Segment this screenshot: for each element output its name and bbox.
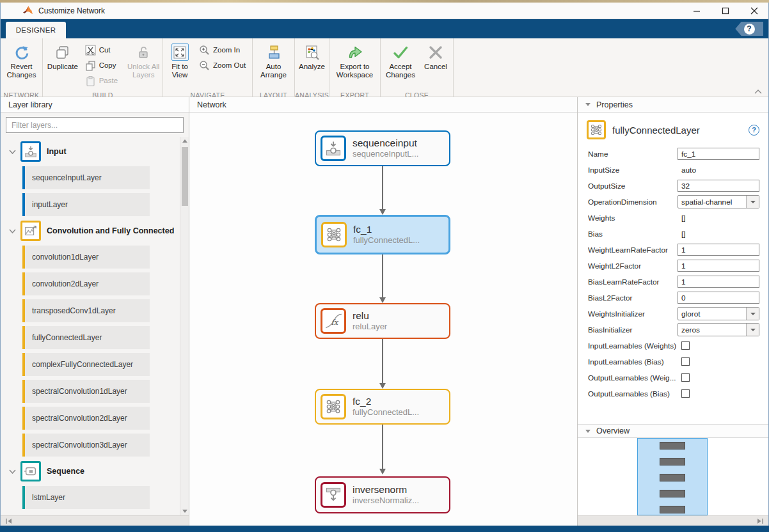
desktop-background-bottom	[0, 526, 769, 532]
weight-l2-factor-field[interactable]	[678, 260, 759, 272]
list-item-spectralConvolution1dLayer[interactable]: spectralConvolution1dLayer	[22, 380, 150, 403]
overview-minimap[interactable]	[578, 438, 768, 515]
group-sequence[interactable]: Sequence	[1, 460, 179, 482]
library-bottom-bar	[1, 515, 189, 526]
network-canvas[interactable]: sequenceinput sequenceInputL... fc_1 ful…	[189, 113, 577, 526]
weights-initializer-select[interactable]: glorot	[678, 307, 759, 320]
weight-learn-rate-factor-field[interactable]	[678, 244, 759, 256]
list-item-lstmLayer[interactable]: lstmLayer	[22, 486, 150, 509]
input-learnables-bias-checkbox[interactable]	[681, 357, 690, 366]
node-fc_1-selected[interactable]: fc_1 fullyConnectedL...	[315, 215, 450, 254]
property-label: InputLearnables (Weights)	[588, 341, 678, 350]
node-inversenorm[interactable]: inversenorm inverseNormaliz...	[315, 476, 450, 513]
property-label: Bias	[588, 230, 678, 239]
export-to-workspace-button[interactable]: Export to Workspace	[329, 41, 380, 91]
properties-header[interactable]: Properties	[578, 97, 768, 113]
chevron-down-icon[interactable]	[746, 196, 759, 208]
copy-button[interactable]: Copy	[83, 58, 125, 73]
name-field[interactable]	[678, 148, 759, 160]
list-item-sequenceInputLayer[interactable]: sequenceInputLayer	[22, 166, 150, 189]
chevron-down-icon[interactable]	[746, 324, 759, 336]
node-fc_2[interactable]: fc_2 fullyConnectedL...	[315, 389, 450, 425]
help-button[interactable]: ?	[730, 22, 763, 36]
duplicate-button[interactable]: Duplicate	[43, 41, 83, 91]
chevron-down-icon[interactable]	[746, 308, 759, 320]
list-item-inputLayer[interactable]: inputLayer	[22, 193, 150, 216]
property-label: Name	[588, 150, 678, 159]
list-item-spectralConvolution2dLayer[interactable]: spectralConvolution2dLayer	[22, 407, 150, 430]
minimize-button[interactable]	[682, 3, 711, 19]
collapse-right-icon[interactable]	[756, 518, 765, 524]
zoom-out-button[interactable]: Zoom Out	[196, 58, 250, 73]
property-label: BiasL2Factor	[588, 293, 678, 302]
list-item-convolution2dLayer[interactable]: convolution2dLayer	[22, 272, 150, 295]
accept-changes-button[interactable]: Accept Changes	[381, 41, 420, 91]
output-learnables-weights-checkbox[interactable]	[681, 373, 690, 382]
layer-library-panel: Layer library Input sequenceInputLayer i…	[1, 97, 189, 526]
input-size-value: auto	[678, 166, 759, 175]
analyze-button[interactable]: Analyze	[295, 41, 329, 91]
revert-changes-button[interactable]: Revert Changes	[1, 41, 42, 91]
maximize-icon	[722, 7, 729, 15]
tab-designer[interactable]: DESIGNER	[6, 22, 66, 38]
network-header: Network	[189, 97, 577, 113]
sequence-input-icon	[321, 136, 346, 161]
maximize-button[interactable]	[711, 3, 740, 19]
paste-button[interactable]: Paste	[83, 73, 125, 88]
filter-layers-input[interactable]	[6, 117, 184, 133]
list-item-complexFullyConnectedLayer[interactable]: complexFullyConnectedLayer	[22, 353, 150, 376]
cut-button[interactable]: Cut	[83, 42, 125, 58]
layer-library-header: Layer library	[1, 97, 189, 113]
list-item-spectralConvolution3dLayer[interactable]: spectralConvolution3dLayer	[22, 434, 150, 457]
close-button[interactable]	[740, 3, 768, 19]
bias-initializer-select[interactable]: zeros	[678, 323, 759, 336]
edge-arrow	[382, 339, 383, 383]
customize-network-window: Customize Network DESIGNER ?	[0, 3, 769, 526]
bias-l2-factor-field[interactable]	[678, 292, 759, 304]
node-sequenceinput[interactable]: sequenceinput sequenceInputL...	[315, 130, 450, 166]
bias-learn-rate-factor-field[interactable]	[678, 276, 759, 288]
property-label: WeightLearnRateFactor	[588, 246, 678, 254]
output-learnables-bias-checkbox[interactable]	[681, 389, 690, 398]
toolstrip-collapse-button[interactable]	[754, 89, 762, 94]
library-vertical-scrollbar[interactable]	[180, 137, 189, 515]
input-learnables-weights-checkbox[interactable]	[681, 341, 690, 350]
section-analysis: Analyze ANALYSIS	[295, 38, 329, 97]
property-label: InputSize	[588, 166, 678, 175]
scrollbar-thumb[interactable]	[182, 147, 188, 206]
export-icon	[346, 43, 363, 61]
chevron-down-icon	[9, 469, 16, 474]
list-item-transposedConv1dLayer[interactable]: transposedConv1dLayer	[22, 299, 150, 322]
list-item-convolution1dLayer[interactable]: convolution1dLayer	[22, 246, 150, 269]
section-close: Accept Changes Cancel CLOSE	[381, 38, 454, 97]
group-convolution[interactable]: Convolution and Fully Connected	[1, 220, 179, 242]
collapse-left-icon[interactable]	[4, 518, 13, 524]
list-item-fullyConnectedLayer[interactable]: fullyConnectedLayer	[22, 326, 150, 349]
operation-dimension-select[interactable]: spatial-channel	[678, 195, 759, 208]
minimap-viewport[interactable]	[637, 438, 708, 515]
section-network: Revert Changes NETWORK	[1, 38, 43, 97]
cut-icon	[85, 45, 96, 56]
group-input[interactable]: Input	[1, 141, 179, 162]
collapse-triangle-icon	[585, 430, 591, 433]
property-label: WeightL2Factor	[588, 262, 678, 270]
property-label: OperationDimension	[588, 198, 678, 207]
minimap-layer-block	[660, 490, 685, 497]
layer-help-icon[interactable]: ?	[749, 125, 759, 136]
toolstrip: Revert Changes NETWORK Duplicate	[1, 38, 768, 97]
properties-bottom-bar	[578, 515, 768, 526]
output-size-field[interactable]	[678, 180, 759, 192]
fit-to-view-button[interactable]: Fit to View	[163, 41, 196, 91]
scroll-up-icon[interactable]	[182, 139, 187, 143]
minimap-layer-block	[660, 474, 685, 481]
overview-header[interactable]: Overview	[578, 424, 768, 438]
inverse-normalization-icon	[321, 482, 346, 508]
auto-arrange-button[interactable]: Auto Arrange	[253, 41, 294, 91]
scroll-down-icon[interactable]	[182, 510, 187, 513]
node-relu[interactable]: fx relu reluLayer	[315, 303, 450, 339]
cancel-button[interactable]: Cancel	[420, 41, 451, 91]
zoom-in-button[interactable]: Zoom In	[196, 42, 250, 58]
ribbon-tab-bar: DESIGNER ?	[1, 19, 768, 38]
property-label: BiasLearnRateFactor	[588, 278, 678, 286]
unlock-all-layers-button[interactable]: Unlock All Layers	[124, 41, 163, 91]
